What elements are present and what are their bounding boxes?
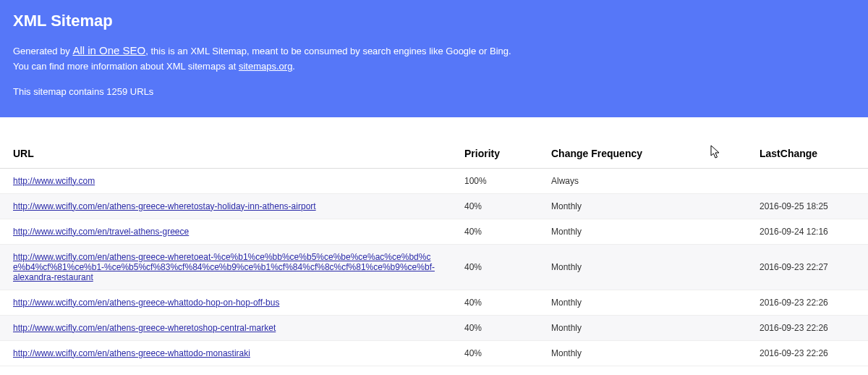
generated-prefix: Generated by [13, 46, 72, 56]
cell-priority: 40% [451, 193, 538, 219]
cell-last: 2016-09-23 22:26 [746, 290, 868, 315]
more-info-prefix: You can find more information about XML … [13, 61, 239, 72]
cell-url: http://www.wcifly.com/en/athens-greece-w… [0, 193, 451, 219]
cell-url: http://www.wcifly.com/en/athens-greece-w… [0, 315, 451, 340]
cell-priority: 40% [451, 244, 538, 290]
more-info-suffix: . [292, 61, 295, 72]
cell-last: 2016-09-23 22:26 [746, 315, 868, 340]
url-link[interactable]: http://www.wcifly.com/en/travel-athens-g… [13, 227, 189, 237]
cell-last: 2016-09-23 22:27 [746, 244, 868, 290]
col-header-priority: Priority [451, 139, 538, 169]
col-header-last: LastChange [746, 139, 868, 169]
cell-last: 2016-09-25 18:25 [746, 193, 868, 219]
table-row: http://www.wcifly.com/en/athens-greece-w… [0, 315, 868, 340]
cell-freq: Monthly [538, 219, 746, 244]
url-link[interactable]: http://www.wcifly.com/en/athens-greece-w… [13, 298, 279, 308]
table-row: http://www.wcifly.com/en/athens-greece-w… [0, 340, 868, 366]
table-row: http://www.wcifly.com/en/athens-greece-w… [0, 193, 868, 219]
cell-freq: Monthly [538, 193, 746, 219]
cell-priority: 40% [451, 219, 538, 244]
cell-freq: Monthly [538, 315, 746, 340]
col-header-url: URL [0, 139, 451, 169]
cell-last [746, 168, 868, 193]
table-row: http://www.wcifly.com/en/travel-athens-g… [0, 219, 868, 244]
cell-url: http://www.wcifly.com/en/athens-greece-w… [0, 244, 451, 290]
cell-freq: Always [538, 168, 746, 193]
url-link[interactable]: http://www.wcifly.com/en/athens-greece-w… [13, 252, 435, 282]
table-row: http://www.wcifly.com/en/athens-greece-w… [0, 244, 868, 290]
cell-priority: 40% [451, 315, 538, 340]
table-row: http://www.wcifly.com/en/athens-greece-w… [0, 290, 868, 315]
url-link[interactable]: http://www.wcifly.com/en/athens-greece-w… [13, 323, 276, 333]
col-header-freq: Change Frequency [538, 139, 746, 169]
cell-freq: Monthly [538, 340, 746, 366]
cell-url: http://www.wcifly.com [0, 168, 451, 193]
cell-url: http://www.wcifly.com/en/athens-greece-w… [0, 340, 451, 366]
cell-freq: Monthly [538, 290, 746, 315]
cell-url: http://www.wcifly.com/en/travel-athens-g… [0, 219, 451, 244]
page-title: XML Sitemap [13, 12, 855, 30]
table-row: http://www.wcifly.com100%Always [0, 168, 868, 193]
cell-last: 2016-09-24 12:16 [746, 219, 868, 244]
cell-url: http://www.wcifly.com/en/athens-greece-w… [0, 290, 451, 315]
sitemap-table: URL Priority Change Frequency LastChange… [0, 139, 868, 366]
url-count: This sitemap contains 1259 URLs [13, 85, 855, 100]
plugin-link[interactable]: All in One SEO [72, 44, 145, 56]
url-link[interactable]: http://www.wcifly.com/en/athens-greece-w… [13, 348, 250, 358]
cell-freq: Monthly [538, 244, 746, 290]
url-link[interactable]: http://www.wcifly.com/en/athens-greece-w… [13, 201, 316, 211]
cell-priority: 40% [451, 290, 538, 315]
cell-priority: 100% [451, 168, 538, 193]
url-link[interactable]: http://www.wcifly.com [13, 176, 95, 186]
generated-line: Generated by All in One SEO, this is an … [13, 42, 855, 59]
more-info-line: You can find more information about XML … [13, 59, 855, 75]
cell-last: 2016-09-23 22:26 [746, 340, 868, 366]
page-header: XML Sitemap Generated by All in One SEO,… [0, 0, 868, 117]
sitemaps-link[interactable]: sitemaps.org [239, 61, 292, 72]
cell-priority: 40% [451, 340, 538, 366]
generated-suffix: , this is an XML Sitemap, meant to be co… [145, 46, 511, 56]
